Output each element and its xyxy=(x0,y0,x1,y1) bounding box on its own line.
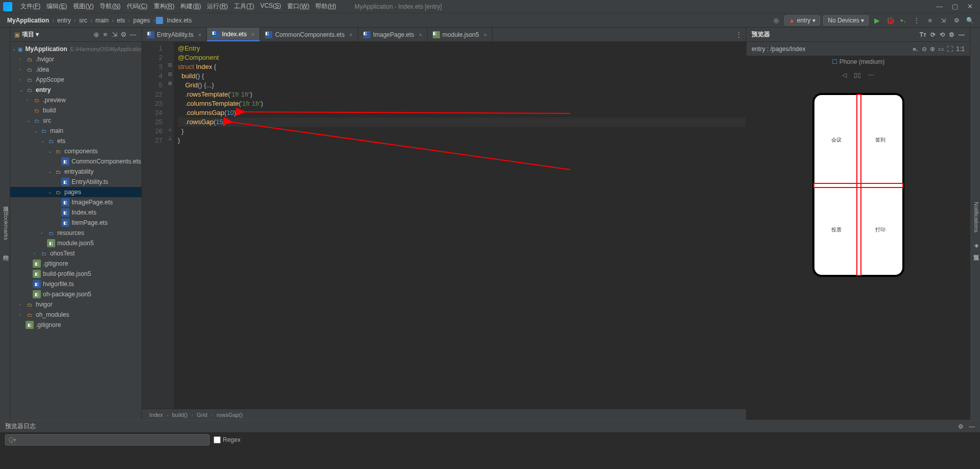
breadcrumb-item[interactable]: src xyxy=(77,17,89,24)
attach-icon[interactable]: ⇲ xyxy=(938,15,948,26)
bookmarks-tool-button[interactable]: Bookmarks xyxy=(3,212,9,240)
tree-item[interactable]: ⌄🗀entry xyxy=(10,85,142,95)
menu-item[interactable]: 导航(N) xyxy=(97,2,124,11)
editor-tab[interactable]: ◧ImagePage.ets× xyxy=(358,28,428,41)
tree-item[interactable]: ›🗀.hvigor xyxy=(10,54,142,64)
menu-item[interactable]: 代码(C) xyxy=(124,2,151,11)
settings-icon[interactable]: ⚙ xyxy=(951,15,962,26)
breadcrumb-item[interactable]: MyApplication xyxy=(5,17,51,24)
more-icon[interactable]: ⋯ xyxy=(868,72,874,79)
zoom-out-icon[interactable]: ⊖ xyxy=(922,45,927,53)
prev-hide-icon[interactable]: — xyxy=(959,31,965,38)
ratio-icon[interactable]: 1:1 xyxy=(956,45,965,53)
menu-item[interactable]: VCS(S) xyxy=(257,2,284,11)
minimize-button[interactable]: — xyxy=(936,3,943,10)
project-tree[interactable]: ⌄▣ MyApplication E:\HarmonyOS\MyApplicat… xyxy=(10,42,142,420)
run-button[interactable]: ▶ xyxy=(872,15,882,26)
menu-item[interactable]: 工具(T) xyxy=(231,2,257,11)
tree-item[interactable]: ◧build-profile.json5 xyxy=(10,269,142,279)
breadcrumb-item[interactable]: main xyxy=(94,17,111,24)
tree-item[interactable]: ◧ImagePage.ets xyxy=(10,197,142,207)
regex-checkbox[interactable]: Regex xyxy=(214,436,241,443)
rotate-icon[interactable]: ⟲ xyxy=(940,31,945,38)
notifications-tool-button[interactable]: Notifications xyxy=(973,202,979,232)
tree-item[interactable]: ›🗀ohosTest xyxy=(10,248,142,259)
maximize-button[interactable]: ▢ xyxy=(952,3,958,10)
collapse-icon[interactable]: ⇲ xyxy=(110,30,119,39)
tree-item[interactable]: ⌄🗀src xyxy=(10,115,142,126)
tree-item[interactable]: ◧hvigorfile.ts xyxy=(10,279,142,289)
tree-item[interactable]: ⌄🗀pages xyxy=(10,187,142,197)
close-button[interactable]: ✕ xyxy=(967,3,973,10)
tree-item[interactable]: ◧Index.ets xyxy=(10,207,142,218)
previewer-tool-button[interactable]: ◈ 预览器 xyxy=(972,242,980,250)
tabs-more-icon[interactable]: ⋮ xyxy=(732,28,746,41)
stop-button[interactable]: ■ xyxy=(925,15,935,26)
tree-item[interactable]: ›🗀oh_modules xyxy=(10,310,142,320)
refresh-icon[interactable]: ⟳ xyxy=(930,31,936,38)
tree-item[interactable]: ⌄🗀main xyxy=(10,126,142,136)
tree-item[interactable]: ◧ItemPage.ets xyxy=(10,218,142,228)
menu-item[interactable]: 运行(R) xyxy=(204,2,231,11)
select-opened-icon[interactable]: ⊕ xyxy=(91,30,101,39)
prev-settings-icon[interactable]: ⚙ xyxy=(949,31,954,38)
debug-button[interactable]: 🐞 xyxy=(885,15,895,26)
tree-item[interactable]: ◧oh-package.json5 xyxy=(10,289,142,299)
fit-icon[interactable]: ▭ xyxy=(938,45,944,53)
back-icon[interactable]: ◁ xyxy=(842,72,847,79)
tree-item[interactable]: ›🗀resources xyxy=(10,228,142,238)
module-selector[interactable]: ▲entry ▾ xyxy=(784,15,821,26)
panel-settings-icon[interactable]: ⚙ xyxy=(119,30,128,39)
editor-tab[interactable]: ◧EntryAbility.ts× xyxy=(142,28,207,41)
expand-all-icon[interactable]: ≡ xyxy=(101,30,110,39)
tree-item[interactable]: ⌄🗀components xyxy=(10,146,142,156)
menu-item[interactable]: 重构(R) xyxy=(151,2,178,11)
tree-item[interactable]: ›🗀.preview xyxy=(10,95,142,105)
tree-item[interactable]: ◧.gitignore xyxy=(10,259,142,269)
tree-item[interactable]: ⌄🗀entryability xyxy=(10,167,142,177)
tree-item[interactable]: ◧.gitignore xyxy=(10,320,142,330)
menu-item[interactable]: 视图(V) xyxy=(70,2,97,11)
menu-item[interactable]: 构建(B) xyxy=(177,2,204,11)
menu-item[interactable]: 帮助(H) xyxy=(312,2,339,11)
fold-gutter[interactable]: ⊟⊟⊞⊥⊥ xyxy=(167,42,174,409)
more-run-icon[interactable]: ⋮ xyxy=(912,15,922,26)
hide-panel-icon[interactable]: — xyxy=(128,30,137,39)
breadcrumb-item[interactable]: entry xyxy=(55,17,73,24)
target-icon[interactable]: ◎ xyxy=(771,15,781,26)
editor-tab[interactable]: ◧module.json5× xyxy=(428,28,493,41)
bp-hide-icon[interactable]: — xyxy=(969,423,975,430)
bp-settings-icon[interactable]: ⚙ xyxy=(958,423,964,430)
zoom-in-icon[interactable]: ⊕ xyxy=(930,45,935,53)
close-tab-icon[interactable]: × xyxy=(419,32,422,38)
tree-item[interactable]: ›🗀AppScope xyxy=(10,75,142,85)
tree-item[interactable]: 🗀build xyxy=(10,105,142,115)
search-everywhere-icon[interactable]: 🔍 xyxy=(965,15,975,26)
device-selector[interactable]: No Devices ▾ xyxy=(823,15,869,26)
tree-root[interactable]: ⌄▣ MyApplication E:\HarmonyOS\MyApplicat… xyxy=(10,44,142,54)
code-breadcrumb-item[interactable]: rowsGap() xyxy=(215,412,245,418)
menu-item[interactable]: 窗口(W) xyxy=(284,2,312,11)
project-panel-title[interactable]: 项目 ▾ xyxy=(22,30,91,39)
close-tab-icon[interactable]: × xyxy=(198,32,201,38)
breadcrumb-item[interactable]: Index.ets xyxy=(165,17,194,24)
editor-tab[interactable]: ◧CommonComponents.ets× xyxy=(260,28,358,41)
split-icon[interactable]: ▯▯ xyxy=(854,72,861,79)
breadcrumb-item[interactable]: pages xyxy=(131,17,152,24)
coverage-button[interactable]: ▶᎐ xyxy=(898,15,908,26)
code-editor[interactable]: 12345222324252627 ⊟⊟⊞⊥⊥ @Entry@Component… xyxy=(142,42,746,409)
tree-item[interactable]: ›🗀.idea xyxy=(10,64,142,75)
code-breadcrumb-item[interactable]: Grid xyxy=(195,412,209,418)
log-search-input[interactable] xyxy=(5,434,209,445)
inspect-icon[interactable]: ⊞᎐ xyxy=(913,45,919,53)
expand-icon[interactable]: ⛶ xyxy=(947,45,953,53)
menu-item[interactable]: 文件(F) xyxy=(17,2,43,11)
code-breadcrumb-item[interactable]: build() xyxy=(170,412,190,418)
code-breadcrumb-item[interactable]: Index xyxy=(147,412,165,418)
close-tab-icon[interactable]: × xyxy=(483,32,486,38)
editor-tab[interactable]: ◧Index.ets× xyxy=(207,28,260,41)
tree-item[interactable]: ⌄🗀ets xyxy=(10,136,142,146)
close-tab-icon[interactable]: × xyxy=(349,32,352,38)
menu-item[interactable]: 编辑(E) xyxy=(43,2,70,11)
tree-item[interactable]: ◧CommonComponents.ets xyxy=(10,156,142,167)
